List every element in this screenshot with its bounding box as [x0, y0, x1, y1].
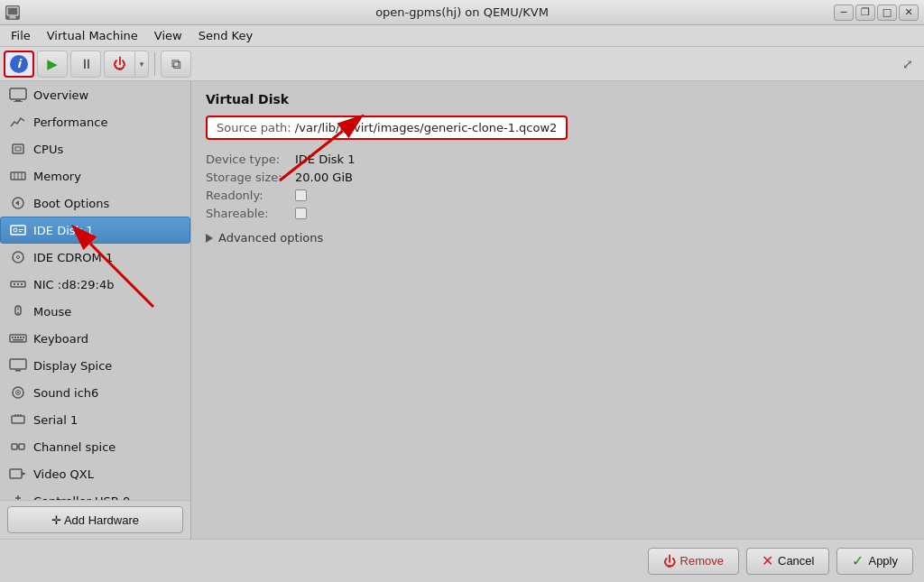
sidebar-label-video: Video QXL: [33, 467, 94, 481]
app-icon: [5, 5, 20, 20]
sidebar-item-keyboard[interactable]: Keyboard: [0, 325, 190, 352]
sidebar-label-performance: Performance: [33, 115, 107, 129]
window-controls: ─ ❐ □ ✕: [834, 5, 919, 21]
sidebar-item-cpu[interactable]: CPUs: [0, 135, 190, 162]
power-button[interactable]: ⏻: [104, 51, 134, 78]
power-icon: ⏻: [113, 56, 126, 72]
play-button[interactable]: ▶: [37, 51, 68, 78]
svg-rect-30: [20, 337, 22, 338]
info-icon: i: [10, 55, 28, 73]
close-button[interactable]: ✕: [899, 5, 919, 21]
readonly-row: Readonly:: [206, 189, 910, 202]
sidebar-label-cdrom: IDE CDROM 1: [33, 251, 113, 264]
expand-button[interactable]: ⤢: [895, 53, 920, 75]
sidebar-item-mouse[interactable]: Mouse: [0, 298, 190, 325]
shareable-label: Shareable:: [206, 207, 291, 220]
menu-file[interactable]: File: [4, 27, 38, 44]
svg-rect-43: [19, 444, 24, 449]
remove-button[interactable]: ⏻ Remove: [648, 548, 739, 575]
sidebar-footer: ✛ Add Hardware: [0, 500, 190, 539]
pause-button[interactable]: ⏸: [70, 51, 101, 78]
advanced-options[interactable]: Advanced options: [206, 231, 910, 245]
menu-send-key[interactable]: Send Key: [191, 27, 260, 44]
device-type-row: Device type: IDE Disk 1: [206, 152, 910, 166]
sidebar-label-ide1: IDE Disk 1: [33, 224, 94, 237]
add-hardware-label: ✛ Add Hardware: [51, 513, 139, 527]
sidebar-item-performance[interactable]: Performance: [0, 108, 190, 135]
apply-label: Apply: [868, 554, 898, 568]
display-icon: [8, 357, 28, 374]
svg-rect-33: [10, 359, 26, 369]
menu-virtual-machine[interactable]: Virtual Machine: [40, 27, 145, 44]
expand-icon: ⤢: [902, 57, 913, 71]
cancel-button[interactable]: ✕ Cancel: [746, 548, 829, 575]
channel-icon: [8, 439, 28, 455]
apply-button[interactable]: ✓ Apply: [836, 548, 913, 575]
info-button[interactable]: i: [4, 51, 34, 78]
menu-bar: File Virtual Machine View Send Key: [0, 25, 924, 47]
svg-rect-31: [23, 337, 24, 338]
sidebar-label-cpu: CPUs: [33, 143, 63, 156]
sidebar-label-display: Display Spice: [33, 359, 112, 373]
video-icon: [8, 466, 28, 482]
readonly-checkbox[interactable]: [295, 189, 307, 201]
sidebar-item-video[interactable]: Video QXL: [0, 460, 190, 487]
source-path-value: /var/lib/libvirt/images/generic-clone-1.…: [295, 121, 557, 134]
sidebar-label-memory: Memory: [33, 170, 81, 183]
menu-view[interactable]: View: [147, 27, 189, 44]
sidebar-label-overview: Overview: [33, 88, 88, 102]
svg-rect-1: [10, 16, 15, 18]
remove-icon: ⏻: [663, 554, 676, 568]
svg-rect-21: [17, 283, 19, 285]
advanced-options-triangle: [206, 234, 213, 243]
restore-button[interactable]: □: [877, 5, 897, 21]
sidebar-item-channel[interactable]: Channel spice: [0, 433, 190, 460]
sidebar-wrapper: Overview Performance CPUs: [0, 81, 191, 539]
main-content: Overview Performance CPUs: [0, 81, 924, 539]
cpu-icon: [8, 141, 28, 157]
apply-icon: ✓: [852, 552, 864, 569]
svg-rect-38: [12, 416, 24, 423]
sidebar-item-overview[interactable]: Overview: [0, 81, 190, 108]
remove-label: Remove: [680, 554, 724, 568]
sidebar-item-sound[interactable]: Sound ich6: [0, 379, 190, 406]
power-dropdown[interactable]: ▾: [134, 51, 149, 78]
storage-size-value: 20.00 GiB: [295, 171, 353, 184]
bottom-bar: ⏻ Remove ✕ Cancel ✓ Apply: [0, 539, 924, 582]
svg-rect-42: [12, 444, 17, 449]
sound-icon: [8, 384, 28, 401]
mouse-icon: [8, 303, 28, 319]
sidebar-item-boot[interactable]: Boot Options: [0, 189, 190, 217]
sidebar-item-memory[interactable]: Memory: [0, 162, 190, 189]
svg-rect-16: [19, 231, 22, 232]
sidebar-item-usb[interactable]: Controller USB 0: [0, 487, 190, 500]
minimize-button[interactable]: ─: [834, 5, 854, 21]
sidebar: Overview Performance CPUs: [0, 81, 190, 500]
add-hardware-button[interactable]: ✛ Add Hardware: [7, 506, 183, 533]
svg-rect-20: [14, 283, 15, 285]
keyboard-icon: [8, 330, 28, 346]
maximize-button[interactable]: ❐: [855, 5, 875, 21]
shareable-checkbox[interactable]: [295, 208, 307, 219]
memory-icon: [8, 168, 28, 184]
device-type-value: IDE Disk 1: [295, 152, 356, 166]
device-type-label: Device type:: [206, 152, 291, 166]
sidebar-item-cdrom[interactable]: IDE CDROM 1: [0, 244, 190, 271]
sidebar-label-boot: Boot Options: [33, 197, 109, 210]
svg-marker-46: [22, 472, 26, 476]
sidebar-item-ide1[interactable]: IDE Disk 1: [0, 217, 190, 244]
cancel-icon: ✕: [762, 552, 773, 569]
screen-icon: ⧉: [171, 56, 181, 72]
sidebar-item-display[interactable]: Display Spice: [0, 352, 190, 379]
overview-icon: [8, 87, 28, 103]
app-window: open-gpms(hj) on QEMU/KVM ─ ❐ □ ✕ File V…: [0, 0, 924, 582]
svg-rect-5: [14, 101, 23, 102]
sidebar-label-mouse: Mouse: [33, 305, 71, 319]
shareable-row: Shareable:: [206, 207, 910, 220]
cdrom-icon: [8, 249, 28, 265]
screen-button[interactable]: ⧉: [161, 51, 191, 78]
source-path-label: Source path:: [217, 121, 291, 134]
sidebar-item-nic[interactable]: NIC :d8:29:4b: [0, 271, 190, 298]
sidebar-item-serial[interactable]: Serial 1: [0, 406, 190, 433]
boot-icon: [8, 195, 28, 211]
